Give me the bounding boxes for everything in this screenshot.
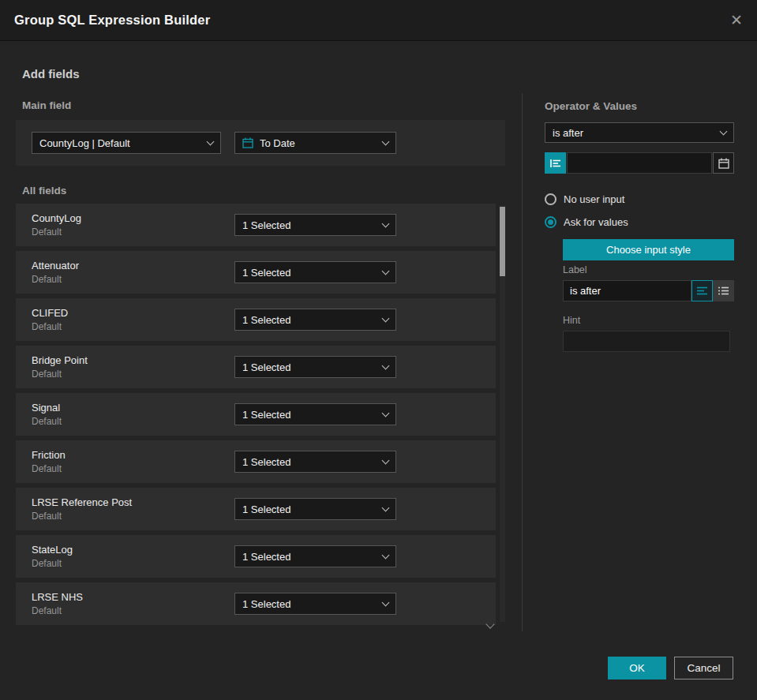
dialog-header: Group SQL Expression Builder ✕ (0, 0, 757, 41)
field-selected-value: 1 Selected (242, 219, 377, 231)
ok-button[interactable]: OK (608, 657, 666, 679)
main-field-label: Main field (22, 99, 71, 111)
hint-input[interactable] (563, 331, 730, 352)
radio-no-user-input[interactable]: No user input (545, 193, 624, 205)
field-info: Attenuator Default (32, 260, 234, 285)
field-selected-value: 1 Selected (242, 314, 377, 326)
operator-values-heading: Operator & Values (545, 100, 637, 112)
date-field-dropdown[interactable]: To Date (234, 132, 396, 154)
scrollbar[interactable] (500, 205, 505, 622)
field-subtitle: Default (32, 605, 234, 616)
align-left-icon (697, 286, 707, 295)
main-field-dropdown[interactable]: CountyLog | Default (32, 132, 221, 154)
main-field-dropdown-value: CountyLog | Default (39, 137, 201, 149)
all-fields-label: All fields (22, 185, 66, 197)
calendar-icon (718, 158, 729, 169)
field-name: LRSE Reference Post (32, 496, 234, 508)
add-fields-heading: Add fields (22, 67, 80, 80)
scrollbar-thumb[interactable] (500, 207, 505, 276)
field-subtitle: Default (32, 463, 234, 474)
chevron-down-icon (382, 503, 390, 511)
calendar-picker-button[interactable] (713, 152, 734, 174)
field-selected-value: 1 Selected (242, 598, 377, 610)
field-subtitle: Default (32, 416, 234, 427)
field-name: CountyLog (32, 212, 234, 224)
field-selected-dropdown[interactable]: 1 Selected (234, 498, 396, 520)
field-info: StateLog Default (32, 544, 234, 569)
date-field-dropdown-value: To Date (260, 137, 377, 149)
label-label: Label (563, 264, 587, 275)
radio-ask-for-values[interactable]: Ask for values (545, 216, 628, 228)
choose-input-style-button[interactable]: Choose input style (563, 239, 734, 260)
radio-ask-for-values-label: Ask for values (564, 216, 628, 228)
field-selected-dropdown[interactable]: 1 Selected (234, 261, 396, 283)
input-style-icon-button[interactable] (545, 152, 566, 174)
field-selected-value: 1 Selected (242, 361, 377, 373)
close-icon[interactable]: ✕ (730, 13, 743, 28)
chevron-down-icon (382, 409, 390, 417)
field-subtitle: Default (32, 369, 234, 380)
label-input[interactable] (563, 280, 691, 301)
input-lines-icon (550, 159, 561, 168)
chevron-down-icon (382, 456, 390, 464)
field-row: LRSE Reference Post Default 1 Selected (16, 488, 496, 530)
main-field-panel: CountyLog | Default To Date (16, 120, 505, 166)
chevron-down-icon (382, 598, 390, 606)
chevron-down-icon (382, 137, 390, 145)
value-input-row (545, 152, 734, 174)
value-input[interactable] (567, 152, 712, 174)
calendar-icon (242, 137, 253, 148)
field-row: CountyLog Default 1 Selected (16, 204, 496, 246)
field-info: Signal Default (32, 402, 234, 427)
field-selected-dropdown[interactable]: 1 Selected (234, 309, 396, 331)
field-name: Attenuator (32, 260, 234, 271)
radio-no-user-input-label: No user input (564, 193, 624, 205)
field-row: Bridge Point Default 1 Selected (16, 346, 496, 388)
field-name: Friction (32, 449, 234, 461)
field-selected-dropdown[interactable]: 1 Selected (234, 545, 396, 567)
field-info: CountyLog Default (32, 212, 234, 238)
field-selected-value: 1 Selected (242, 409, 377, 421)
operator-dropdown[interactable]: is after (545, 122, 734, 143)
field-row: Friction Default 1 Selected (16, 440, 496, 483)
field-info: LRSE Reference Post Default (32, 496, 234, 522)
field-info: CLIFED Default (32, 307, 234, 332)
field-selected-value: 1 Selected (242, 267, 377, 279)
field-selected-value: 1 Selected (242, 551, 377, 563)
field-subtitle: Default (32, 558, 234, 569)
list-icon (718, 286, 729, 295)
field-name: Signal (32, 402, 234, 414)
field-subtitle: Default (32, 321, 234, 332)
all-fields-list: CountyLog Default 1 Selected Attenuator … (16, 204, 496, 630)
dialog-title: Group SQL Expression Builder (14, 13, 210, 28)
chevron-down-icon (382, 219, 390, 227)
list-input-style-button[interactable] (713, 280, 734, 301)
field-name: CLIFED (32, 307, 234, 319)
field-row: LRSE NHS Default 1 Selected (16, 582, 496, 625)
operator-dropdown-value: is after (553, 127, 714, 139)
field-row: CLIFED Default 1 Selected (16, 298, 496, 341)
field-selected-dropdown[interactable]: 1 Selected (234, 593, 396, 615)
field-name: StateLog (32, 544, 234, 556)
field-selected-dropdown[interactable]: 1 Selected (234, 214, 396, 236)
chevron-down-icon (382, 314, 390, 322)
text-input-style-button[interactable] (691, 280, 713, 301)
chevron-down-icon (382, 267, 390, 275)
field-row: Signal Default 1 Selected (16, 393, 496, 436)
cancel-button[interactable]: Cancel (674, 657, 733, 679)
field-selected-dropdown[interactable]: 1 Selected (234, 451, 396, 473)
chevron-down-icon (382, 551, 390, 559)
radio-unselected-icon (545, 193, 557, 205)
chevron-down-icon (720, 127, 728, 135)
field-selected-value: 1 Selected (242, 503, 377, 515)
field-selected-dropdown[interactable]: 1 Selected (234, 356, 396, 378)
field-info: Friction Default (32, 449, 234, 474)
field-info: LRSE NHS Default (32, 591, 234, 616)
field-selected-dropdown[interactable]: 1 Selected (234, 403, 396, 425)
field-info: Bridge Point Default (32, 354, 234, 380)
chevron-down-icon (382, 361, 390, 369)
label-input-row (563, 280, 734, 301)
field-subtitle: Default (32, 511, 234, 522)
radio-selected-icon (545, 216, 557, 228)
field-name: LRSE NHS (32, 591, 234, 603)
